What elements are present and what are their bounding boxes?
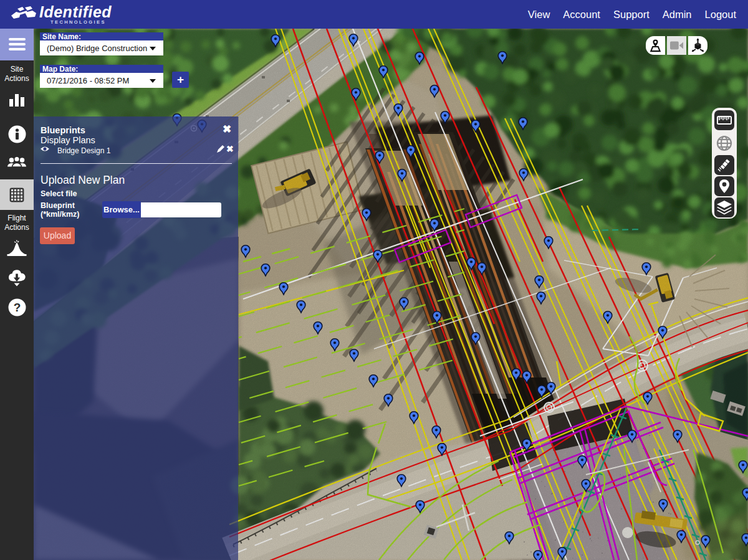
svg-text:?: ?	[13, 301, 21, 314]
